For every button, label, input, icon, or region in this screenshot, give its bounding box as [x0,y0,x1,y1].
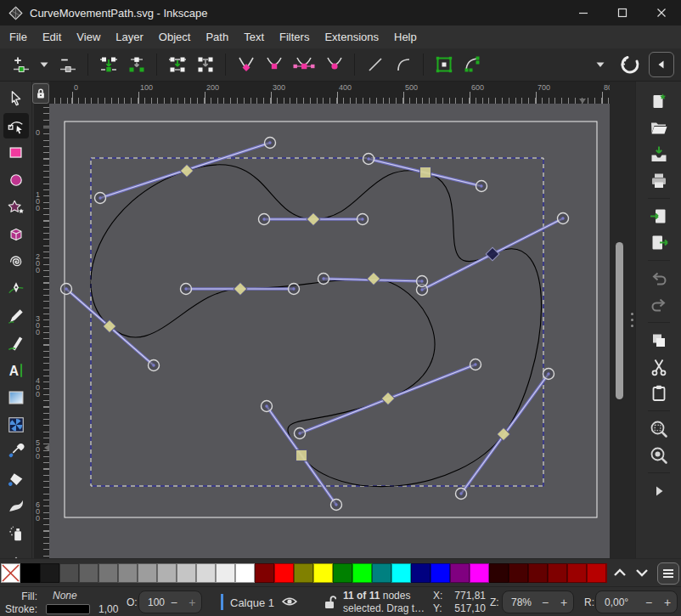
join-with-segment-button[interactable] [163,52,191,77]
color-swatch[interactable] [450,563,470,583]
tool-mesh-gradient[interactable] [3,412,29,438]
zoom-stepper[interactable]: 78% − + [502,591,574,613]
color-swatch[interactable] [411,563,431,583]
object-to-path-button[interactable] [430,52,458,77]
rotation-value[interactable]: 0,00° [596,596,639,608]
color-swatch[interactable] [352,563,372,583]
snap-options-button[interactable] [616,52,644,77]
palette-scroll-down[interactable] [635,566,649,581]
color-swatch[interactable] [489,563,509,583]
path-node-diamond[interactable] [307,212,320,226]
fill-value[interactable]: None [53,590,77,602]
layer-visibility-eye-icon[interactable] [281,595,298,611]
drawing-area[interactable] [49,104,610,558]
paste-button[interactable] [644,380,673,406]
layer-name[interactable]: Calque 1 [230,596,274,609]
tool-box-3d[interactable] [3,222,29,247]
opacity-stepper[interactable]: 100 − + [138,591,202,613]
undo-button[interactable] [644,265,673,291]
segment-line-button[interactable] [361,52,389,77]
node-symmetric-button[interactable] [288,52,320,77]
zoom-decrease-button[interactable]: − [536,596,554,609]
menu-item-view[interactable]: View [69,27,108,47]
tool-paint-bucket[interactable] [3,466,29,492]
menu-item-text[interactable]: Text [236,27,272,47]
coords-dropdown[interactable] [590,52,611,77]
color-swatch[interactable] [157,563,177,583]
import-button[interactable] [644,203,673,229]
vertical-scrollbar[interactable] [616,242,623,399]
node-corner-button[interactable] [232,52,260,77]
color-swatch[interactable] [138,563,157,583]
path-node-diamond[interactable] [234,282,247,296]
color-swatch[interactable] [235,563,255,583]
palette-menu-button[interactable] [657,562,679,585]
menu-item-object[interactable]: Object [151,27,199,47]
color-swatch[interactable] [118,563,138,583]
rotation-increase-button[interactable]: + [658,596,677,609]
opacity-value[interactable]: 100 [139,596,165,608]
tool-spray[interactable] [3,521,29,546]
close-button[interactable] [642,0,681,25]
color-swatch[interactable] [313,563,333,583]
vertical-ruler[interactable]: 01 0 02 0 03 0 04 0 05 0 06 0 0 [34,104,49,558]
delete-node-button[interactable] [53,52,82,77]
commands-expand-more[interactable] [644,478,673,504]
color-swatch[interactable] [528,563,548,583]
color-swatch[interactable] [196,563,216,583]
insert-node-options-dropdown[interactable] [35,52,53,77]
palette-scroll-up[interactable] [613,566,627,581]
node-auto-button[interactable] [320,52,348,77]
tool-calligraphy[interactable] [3,331,29,356]
stroke-color-swatch[interactable] [46,604,90,614]
path-node-diamond[interactable] [486,247,499,261]
tool-selector[interactable] [3,86,29,111]
maximize-button[interactable] [603,0,642,25]
tool-rectangle[interactable] [3,140,29,166]
join-nodes-button[interactable] [94,52,122,77]
menu-item-extensions[interactable]: Extensions [317,27,386,47]
tool-star[interactable] [3,195,29,220]
swatch-none[interactable] [1,563,20,583]
break-nodes-button[interactable] [122,52,150,77]
menu-item-filters[interactable]: Filters [272,27,317,47]
path-node-diamond[interactable] [367,272,380,285]
color-swatch[interactable] [255,563,274,583]
color-swatch[interactable] [567,563,587,583]
insert-node-button[interactable] [7,52,35,77]
tool-text[interactable]: A [3,358,29,383]
color-swatch[interactable] [20,563,40,583]
path-node-diamond[interactable] [381,392,395,405]
copy-button[interactable] [644,327,673,353]
flatten-bezier-button[interactable] [458,52,486,77]
color-swatch[interactable] [509,563,528,583]
cut-button[interactable] [644,353,673,380]
export-button[interactable] [644,229,673,256]
menu-item-layer[interactable]: Layer [108,27,151,47]
opacity-decrease-button[interactable]: − [165,596,183,609]
color-swatch[interactable] [79,563,98,583]
color-swatch[interactable] [294,563,313,583]
path-node-square[interactable] [296,450,307,461]
stroke-width-value[interactable]: 1,00 [98,603,118,615]
color-swatch[interactable] [587,563,606,583]
color-swatch[interactable] [372,563,391,583]
color-swatch[interactable] [40,563,59,583]
segment-curve-button[interactable] [389,52,417,77]
tool-dropper[interactable] [3,439,29,465]
color-swatch[interactable] [470,563,489,583]
rotation-decrease-button[interactable]: − [639,596,658,609]
open-document-button[interactable] [644,115,673,141]
tool-pen[interactable] [3,276,29,302]
menu-item-help[interactable]: Help [386,27,425,47]
layer-lock-icon[interactable] [323,595,336,612]
color-swatch[interactable] [606,563,607,583]
minimize-button[interactable] [564,0,603,25]
color-swatch[interactable] [431,563,450,583]
tool-tweak[interactable] [3,494,29,519]
delete-segment-button[interactable] [191,52,219,77]
color-swatch[interactable] [274,563,294,583]
color-swatch[interactable] [333,563,352,583]
menu-item-edit[interactable]: Edit [35,27,69,47]
horizontal-ruler[interactable]: 0100200300400500600700800 [49,82,610,104]
